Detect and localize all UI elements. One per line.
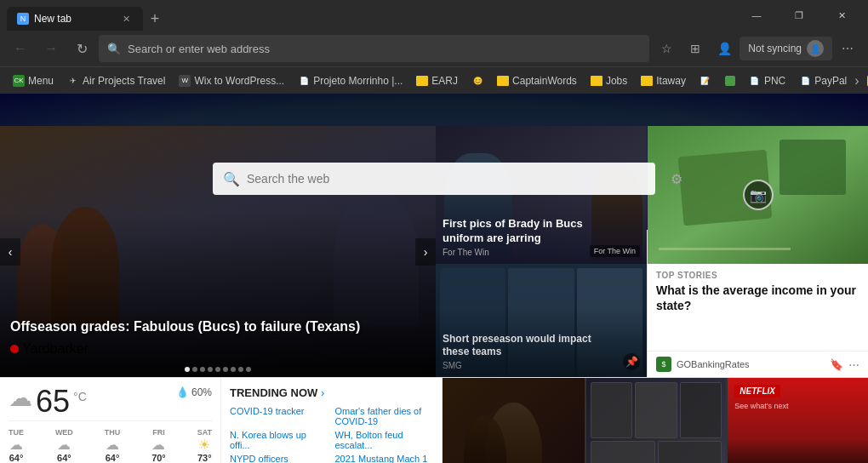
active-tab[interactable]: N New tab ✕ [7,7,143,31]
bookmark-favicon: CK [13,75,25,87]
card3-bookmark-icon[interactable]: 🔖 [830,358,843,371]
bookmark-pnc[interactable]: 📄 PNC [743,72,791,89]
weather-card: ☁ 65 °C 💧 60% TUE ☁ 64° 52° [0,378,221,463]
dot-8 [238,367,243,372]
bookmark-label: Projeto Morrinho |... [313,75,403,87]
weather-forecast: TUE ☁ 64° 52° WED ☁ 64° 48° THU ☁ 64 [9,420,212,463]
favorites-button[interactable]: ☆ [653,35,680,62]
close-button[interactable]: ✕ [822,2,861,29]
trending-item-5[interactable]: NYPD officers hospitalized [230,452,328,463]
browser-frame: N New tab ✕ + — ❐ ✕ ← → ↻ 🔍 Search or en… [0,0,868,463]
card3-source-icon: $ [656,357,671,372]
card3-more-icon[interactable]: ⋯ [848,358,859,371]
forecast-fri: FRI ☁ 70° 52° [151,428,166,463]
bookmark-favicon: W [179,75,191,87]
refresh-button[interactable]: ↻ [68,35,95,62]
bookmark-label: Itaway [656,75,686,87]
new-tab-button[interactable]: + [143,7,167,31]
bottom-image-cards: NETFLIX See what's next ▓▓▓▓▓▓▓▓▓▓▓▓ [443,378,868,463]
card3-title: What is the average income in your state… [656,283,859,313]
news-card-park[interactable]: 📷 [648,126,868,264]
forecast-sat: SAT ☀ 73° 56° [197,428,212,463]
address-bar[interactable]: 🔍 Search or enter web address [99,35,649,62]
card2-title: First pics of Brady in Bucs uniform are … [443,217,613,246]
card3-tag: TOP STORIES [656,271,859,280]
search-input[interactable] [247,172,645,186]
back-button[interactable]: ← [7,35,34,62]
card-arrow-left[interactable]: ‹ [0,238,20,266]
more-button[interactable]: ⋯ [834,35,861,62]
card-arrow-right[interactable]: › [415,238,436,266]
navigation-bar: ← → ↻ 🔍 Search or enter web address ☆ ⊞ … [0,31,868,66]
bookmark-itaway[interactable]: Itaway [635,72,692,89]
bookmarks-bar: CK Menu ✈ Air Projects Travel W Wix to W… [0,66,868,94]
bookmark-label: Air Projects Travel [83,75,165,87]
bookmark-menu[interactable]: CK Menu [7,72,60,89]
bookmark-label: Jobs [606,75,627,87]
dot-1 [185,367,190,372]
dot-5 [215,367,220,372]
tab-close-button[interactable]: ✕ [119,12,133,26]
bookmark-earj[interactable]: EARJ [410,72,464,89]
sync-button[interactable]: Not syncing 👤 [740,37,832,60]
folder-icon [591,76,602,86]
bookmark-docs[interactable]: 📝 [694,72,717,89]
collections-button[interactable]: ⊞ [682,35,709,62]
card1-source-name: Yardbarker [22,341,89,357]
trending-item-2[interactable]: Omar's father dies of COVID-19 [335,404,434,428]
trending-arrow-icon: › [321,387,324,399]
sync-label: Not syncing [748,43,802,54]
bookmarks-more-button[interactable]: › [854,71,859,91]
bookmark-emoji[interactable]: 😊 [465,72,489,89]
folder-icon [641,76,653,86]
settings-icon[interactable]: ⚙ [660,163,693,195]
bottom-card-1[interactable] [443,378,585,463]
trending-header: TRENDING NOW [230,386,317,399]
bookmark-wix[interactable]: W Wix to WordPress... [173,72,290,89]
bookmark-air[interactable]: ✈ Air Projects Travel [61,72,171,89]
dot-4 [208,367,213,372]
tab-area: N New tab ✕ + [7,0,727,31]
bottom-card-2[interactable] [585,378,727,463]
bookmark-paypal[interactable]: 📄 PayPal [793,72,853,89]
bookmark-captainwords[interactable]: CaptainWords [491,72,583,89]
forward-button[interactable]: → [37,35,65,62]
bookmark-jobs[interactable]: Jobs [585,72,633,89]
restore-button[interactable]: ❐ [779,2,819,29]
trending-item-4[interactable]: WH, Bolton feud escalat... [335,428,434,452]
bottom-row: ☁ 65 °C 💧 60% TUE ☁ 64° 52° [0,377,868,463]
dot-2 [192,367,197,372]
card-dots [185,367,251,372]
bookmark-favicon: 📄 [749,75,761,87]
bookmark-label: EARJ [431,75,458,87]
bookmark-label: CaptainWords [512,75,577,87]
card2-subtitle: Short preseason would impact these teams [443,333,613,359]
weather-temp: 65 [36,386,70,417]
forecast-wed: WED ☁ 64° 48° [55,428,73,463]
trending-item-1[interactable]: COVID-19 tracker [230,404,328,428]
card3-body: TOP STORIES What is the average income i… [648,264,868,351]
bookmark-label: Wix to WordPress... [194,75,284,87]
see-whats-next-label: See what's next [734,402,788,410]
weather-top: ☁ 65 °C 💧 60% [9,386,212,417]
profile-button[interactable]: 👤 [711,35,738,62]
card3-source-name: GOBankingRates [677,359,825,369]
title-bar: N New tab ✕ + — ❐ ✕ [0,0,868,31]
card1-content: Offseason grades: Fabulous (Bucs) to fai… [10,318,425,357]
other-favorites[interactable]: Other favorites [861,66,868,94]
bookmark-label: PayPal [814,75,847,87]
bottom-card-3[interactable]: NETFLIX See what's next ▓▓▓▓▓▓▓▓▓▓▓▓ [726,378,868,463]
trending-grid: COVID-19 tracker Omar's father dies of C… [230,404,433,463]
bookmark-projeto[interactable]: 📄 Projeto Morrinho |... [292,72,408,89]
bookmark-favicon: 📄 [799,75,811,87]
card1-title: Offseason grades: Fabulous (Bucs) to fai… [10,318,425,336]
search-box[interactable]: 🔍 [213,163,655,195]
card2-for-the-win: For The Win [590,245,640,257]
minimize-button[interactable]: — [737,2,776,29]
news-card-preseason[interactable]: Short preseason would impact these teams… [436,264,647,377]
humidity-value: 60% [191,386,212,398]
trending-item-6[interactable]: 2021 Mustang Mach 1 [335,452,434,463]
trending-item-3[interactable]: N. Korea blows up offi... [230,428,328,452]
card1-source: Yardbarker [10,341,425,357]
bookmark-green[interactable] [719,73,741,89]
